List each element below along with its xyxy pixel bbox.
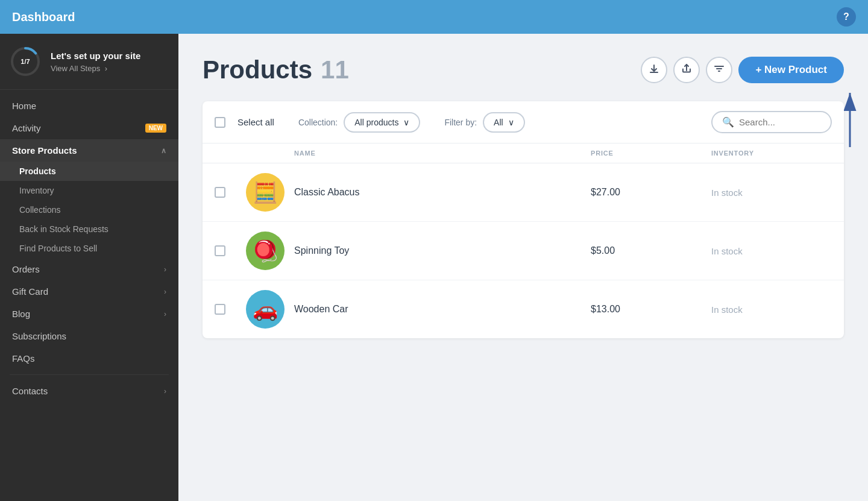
filter-by-label: Filter by: (444, 118, 477, 127)
sidebar-item-home-label: Home (12, 101, 36, 111)
progress-ring: 1/7 (10, 46, 41, 77)
product-price: $13.00 (591, 304, 711, 315)
table-header: NAME PRICE INVENTORY (203, 143, 844, 163)
collection-filter-label: Collection: (298, 118, 338, 127)
row-checkbox-wrap[interactable] (215, 245, 246, 256)
sidebar-item-collections[interactable]: Collections (0, 200, 178, 219)
nav-divider (10, 374, 169, 375)
sidebar-item-activity-label: Activity (12, 123, 41, 133)
page-header: Products 11 (203, 55, 844, 84)
page-title: Products 11 (203, 55, 349, 84)
product-name: Spinning Toy (294, 245, 591, 256)
table-row[interactable]: 🚗 Wooden Car $13.00 In stock (203, 280, 844, 338)
row-checkbox-wrap[interactable] (215, 187, 246, 198)
col-header-checkbox (215, 150, 246, 157)
sidebar-item-faqs[interactable]: FAQs (0, 347, 178, 370)
import-button[interactable] (641, 57, 667, 83)
table-row[interactable]: 🧮 Classic Abacus $27.00 In stock (203, 163, 844, 222)
product-name: Wooden Car (294, 304, 591, 315)
product-image: 🚗 (246, 290, 285, 329)
blog-label: Blog (12, 309, 30, 319)
search-input[interactable] (739, 117, 811, 127)
topbar-title: Dashboard (12, 10, 75, 24)
col-header-price: PRICE (591, 150, 711, 157)
sidebar-item-find-products[interactable]: Find Products to Sell (0, 239, 178, 258)
sidebar-item-back-in-stock[interactable]: Back in Stock Requests (0, 219, 178, 239)
sidebar-item-orders[interactable]: Orders › (0, 258, 178, 280)
faqs-label: FAQs (12, 353, 35, 364)
product-rows: 🧮 Classic Abacus $27.00 In stock 🪀 Spinn… (203, 163, 844, 338)
product-inventory-status: In stock (711, 304, 832, 315)
new-product-button[interactable]: + New Product (738, 57, 844, 83)
gift-card-chevron: › (164, 288, 166, 296)
filter-bar: Select all Collection: All products ∨ Fi… (203, 101, 844, 143)
subscriptions-label: Subscriptions (12, 331, 66, 341)
row-checkbox[interactable] (215, 245, 225, 256)
sort-icon (714, 63, 725, 77)
collection-dropdown[interactable]: All products ∨ (344, 112, 420, 133)
sidebar-item-contacts[interactable]: Contacts › (0, 380, 178, 402)
product-price: $5.00 (591, 245, 711, 256)
page-title-text: Products (203, 55, 312, 84)
activity-new-badge: NEW (145, 124, 166, 133)
select-all-label: Select all (237, 117, 274, 127)
product-table: Select all Collection: All products ∨ Fi… (203, 101, 844, 338)
main-content: Products 11 (178, 34, 868, 501)
col-header-image (246, 150, 294, 157)
col-header-inventory: INVENTORY (711, 150, 832, 157)
import-icon (649, 63, 659, 77)
sidebar-item-inventory[interactable]: Inventory (0, 181, 178, 200)
product-image: 🪀 (246, 232, 285, 270)
collection-value: All products (354, 118, 398, 127)
col-header-name: NAME (294, 150, 591, 157)
search-icon: 🔍 (722, 116, 734, 128)
sidebar-item-blog[interactable]: Blog › (0, 303, 178, 325)
setup-link[interactable]: View All Steps › (51, 64, 169, 73)
product-inventory-status: In stock (711, 246, 832, 256)
row-checkbox-wrap[interactable] (215, 304, 246, 315)
export-button[interactable] (673, 57, 700, 83)
orders-label: Orders (12, 264, 40, 274)
setup-card: 1/7 Let's set up your site View All Step… (0, 34, 178, 90)
store-products-subnav: Products Inventory Collections Back in S… (0, 162, 178, 258)
contacts-chevron: › (164, 387, 166, 395)
select-all-checkbox-wrap[interactable] (215, 117, 225, 128)
table-row[interactable]: 🪀 Spinning Toy $5.00 In stock (203, 222, 844, 280)
sidebar-item-products[interactable]: Products (0, 162, 178, 181)
product-image: 🧮 (246, 173, 285, 212)
sidebar: 1/7 Let's set up your site View All Step… (0, 34, 178, 501)
chevron-right-icon: › (105, 64, 107, 73)
search-box[interactable]: 🔍 (711, 111, 832, 133)
page-title-count: 11 (321, 55, 349, 84)
filter-by-chevron-icon: ∨ (508, 118, 514, 127)
collection-filter-group: Collection: All products ∨ (298, 112, 421, 133)
help-button[interactable]: ? (837, 7, 856, 27)
contacts-label: Contacts (12, 386, 48, 396)
nav-section: Home Activity NEW Store Products ∧ Produ… (0, 90, 178, 407)
collection-chevron-icon: ∨ (403, 118, 409, 127)
select-all-checkbox[interactable] (215, 117, 225, 128)
export-icon (681, 63, 692, 77)
sidebar-item-activity[interactable]: Activity NEW (0, 117, 178, 139)
gift-card-label: Gift Card (12, 286, 48, 297)
topbar: Dashboard ? (0, 0, 868, 34)
header-actions: + New Product (641, 57, 844, 83)
sidebar-item-subscriptions[interactable]: Subscriptions (0, 325, 178, 347)
row-checkbox[interactable] (215, 304, 225, 315)
sidebar-item-gift-card[interactable]: Gift Card › (0, 280, 178, 303)
orders-chevron: › (164, 265, 166, 274)
row-checkbox[interactable] (215, 187, 225, 198)
product-price: $27.00 (591, 187, 711, 198)
sidebar-item-store-products[interactable]: Store Products ∧ (0, 139, 178, 162)
filter-by-dropdown[interactable]: All ∨ (483, 112, 525, 133)
sidebar-item-home[interactable]: Home (0, 95, 178, 117)
progress-text: 1/7 (20, 58, 30, 65)
store-products-chevron: ∧ (161, 147, 166, 155)
store-products-label: Store Products (12, 145, 77, 156)
filter-by-group: Filter by: All ∨ (444, 112, 524, 133)
filter-by-value: All (494, 118, 503, 127)
product-name: Classic Abacus (294, 187, 591, 198)
setup-title: Let's set up your site (51, 50, 169, 62)
blog-chevron: › (164, 310, 166, 318)
sort-button[interactable] (706, 57, 732, 83)
